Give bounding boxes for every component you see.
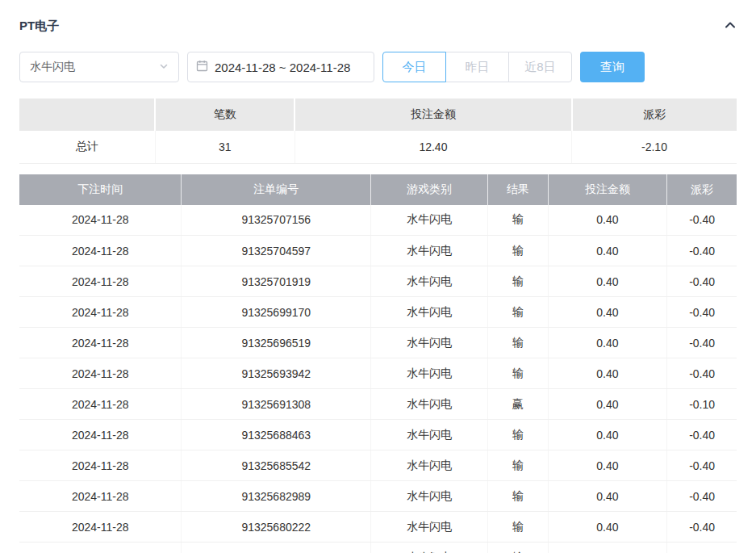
bet-amount-cell: 0.40 [548,512,667,543]
bet-payout-cell: -0.40 [667,328,737,358]
bet-game-cell: 水牛闪电 [371,450,488,481]
table-row: 2024-11-28 91325680222 水牛闪电 输 0.40 -0.40 [19,512,737,543]
bet-amount-cell: 0.40 [548,450,667,481]
summary-header-row: 笔数 投注金额 派彩 [19,98,737,131]
summary-table: 笔数 投注金额 派彩 总计 31 12.40 -2.10 [19,98,737,164]
bet-amount-cell: 0.40 [548,297,667,328]
bet-result-cell: 赢 [488,389,549,420]
date-range-input[interactable]: 2024-11-28 ~ 2024-11-28 [187,52,374,82]
bet-id-cell: 91325688463 [182,420,371,450]
summary-header-count: 笔数 [155,98,294,131]
bet-result-cell: 输 [488,236,549,266]
bet-payout-cell: -0.40 [667,543,737,553]
bet-id-cell: 91325685542 [182,450,371,481]
bet-payout-cell: -0.40 [667,481,737,512]
summary-total-payout: -2.10 [572,131,737,163]
chevron-down-icon [159,61,169,73]
bet-payout-cell: -0.40 [667,420,737,450]
bet-time-cell: 2024-11-28 [19,205,182,236]
bet-game-cell: 水牛闪电 [371,358,488,389]
bet-time-cell: 2024-11-28 [19,266,182,297]
quick-range-group: 今日 昨日 近8日 [382,52,572,82]
bet-game-cell: 水牛闪电 [371,481,488,512]
bet-result-cell: 输 [488,358,549,389]
bet-game-cell: 水牛闪电 [371,205,488,236]
bets-header-amount: 投注金额 [548,174,667,205]
records-panel: PT电子 水牛闪电 2024-11-28 ~ 2024-11-28 今日 昨日 … [0,0,756,553]
bet-result-cell: 输 [488,420,549,450]
bet-result-cell: 输 [488,266,549,297]
bet-time-cell: 2024-11-28 [19,450,182,481]
page-title: PT电子 [19,19,59,34]
bet-amount-cell: 0.40 [548,358,667,389]
collapse-panel-button[interactable] [724,19,737,34]
bets-header-time: 下注时间 [19,174,182,205]
bet-amount-cell: 0.40 [548,481,667,512]
table-row: 2024-11-28 91325701919 水牛闪电 输 0.40 -0.40 [19,266,737,297]
bet-payout-cell: -0.40 [667,205,737,236]
bet-result-cell: 输 [488,297,549,328]
bet-payout-cell: -0.40 [667,512,737,543]
bet-time-cell: 2024-11-28 [19,481,182,512]
bets-header-game: 游戏类别 [371,174,488,205]
bet-id-cell: 91325682989 [182,481,371,512]
panel-header: PT电子 [19,16,737,36]
bet-id-cell: 91325693942 [182,358,371,389]
bet-game-cell: 水牛闪电 [371,297,488,328]
quick-range-last8days-button[interactable]: 近8日 [508,52,572,82]
bet-time-cell: 2024-11-28 [19,297,182,328]
bet-game-cell: 水牛闪电 [371,420,488,450]
bet-time-cell: 2024-11-28 [19,512,182,543]
table-row: 2024-11-28 91325704597 水牛闪电 输 0.40 -0.40 [19,236,737,266]
bet-game-cell: 水牛闪电 [371,266,488,297]
table-row: 2024-11-28 91325696519 水牛闪电 输 0.40 -0.40 [19,328,737,358]
bet-time-cell: 2024-11-28 [19,358,182,389]
bet-time-cell: 2024-11-28 [19,328,182,358]
date-range-value: 2024-11-28 ~ 2024-11-28 [215,61,350,74]
summary-total-bet-amount: 12.40 [294,131,571,163]
bet-result-cell: 输 [488,450,549,481]
summary-total-count: 31 [155,131,294,163]
bet-game-cell: 水牛闪电 [371,328,488,358]
game-select[interactable]: 水牛闪电 [19,52,179,82]
bet-time-cell: 2024-11-28 [19,420,182,450]
bet-payout-cell: -0.10 [667,389,737,420]
quick-range-today-button[interactable]: 今日 [382,52,446,82]
bet-result-cell: 输 [488,481,549,512]
summary-header-payout: 派彩 [572,98,737,131]
table-row: 2024-11-28 水牛闪电 输 0.40 -0.40 [19,543,737,553]
bet-amount-cell: 0.40 [548,389,667,420]
bet-amount-cell: 0.40 [548,205,667,236]
table-row: 2024-11-28 91325699170 水牛闪电 输 0.40 -0.40 [19,297,737,328]
bet-amount-cell: 0.40 [548,328,667,358]
bet-payout-cell: -0.40 [667,450,737,481]
bets-table: 下注时间 注单编号 游戏类别 结果 投注金额 派彩 2024-11-28 913… [19,174,737,553]
table-row: 2024-11-28 91325707156 水牛闪电 输 0.40 -0.40 [19,205,737,236]
bet-id-cell: 91325696519 [182,328,371,358]
bet-game-cell: 水牛闪电 [371,389,488,420]
bet-payout-cell: -0.40 [667,297,737,328]
summary-header-bet-amount: 投注金额 [294,98,571,131]
bet-game-cell: 水牛闪电 [371,543,488,553]
bets-header-payout: 派彩 [667,174,737,205]
bets-header-id: 注单编号 [182,174,371,205]
chevron-up-icon [724,19,737,34]
quick-range-yesterday-button[interactable]: 昨日 [445,52,509,82]
bet-game-cell: 水牛闪电 [371,236,488,266]
table-row: 2024-11-28 91325691308 水牛闪电 赢 0.40 -0.10 [19,389,737,420]
bet-amount-cell: 0.40 [548,543,667,553]
game-select-value: 水牛闪电 [30,60,75,74]
bet-amount-cell: 0.40 [548,266,667,297]
bet-id-cell: 91325701919 [182,266,371,297]
summary-header-blank [19,98,155,131]
bets-header-result: 结果 [488,174,549,205]
bet-time-cell: 2024-11-28 [19,236,182,266]
bet-id-cell: 91325691308 [182,389,371,420]
bet-id-cell: 91325680222 [182,512,371,543]
bet-result-cell: 输 [488,328,549,358]
bet-id-cell: 91325704597 [182,236,371,266]
bet-payout-cell: -0.40 [667,236,737,266]
bet-result-cell: 输 [488,205,549,236]
search-button[interactable]: 查询 [580,52,645,82]
table-row: 2024-11-28 91325688463 水牛闪电 输 0.40 -0.40 [19,420,737,450]
